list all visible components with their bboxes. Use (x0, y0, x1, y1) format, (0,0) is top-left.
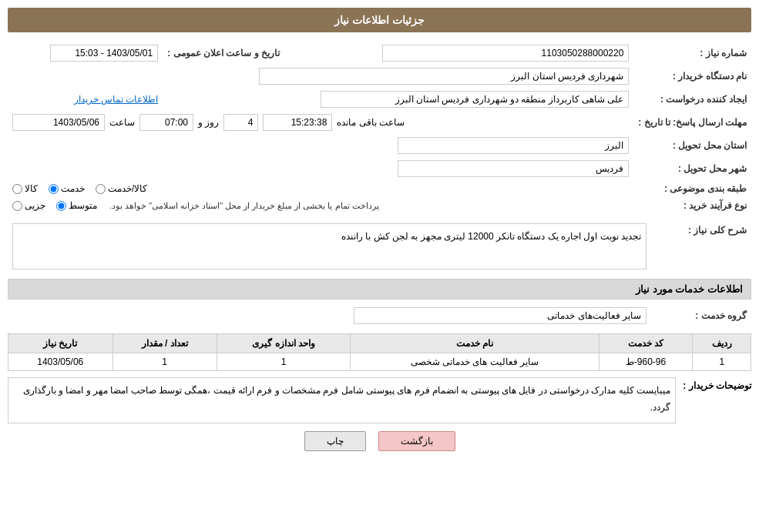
purchase-type-label: نوع فرآیند خرید : (633, 197, 751, 214)
services-table: ردیف کد خدمت نام خدمت واحد اندازه گیری ت… (8, 333, 751, 371)
requester-contact-link[interactable]: اطلاعات تماس خریدار (74, 94, 159, 105)
delivery-province-label: استان محل تحویل : (633, 134, 751, 157)
back-button[interactable]: بازگشت (378, 431, 455, 451)
footer-buttons: بازگشت چاپ (8, 431, 751, 451)
cell-quantity: 1 (113, 353, 217, 371)
remaining-days-input[interactable] (223, 114, 258, 131)
col-unit: واحد اندازه گیری (217, 334, 350, 353)
col-code: کد خدمت (599, 334, 693, 353)
deadline-time-input[interactable] (139, 114, 193, 131)
announce-label: تاریخ و ساعت اعلان عمومی : (163, 42, 295, 65)
remaining-days-label: روز و (198, 117, 219, 128)
cell-name: سایر فعالیت های خدماتی شخصی (351, 353, 599, 371)
col-row: ردیف (693, 334, 751, 353)
deadline-time-label: ساعت (109, 117, 135, 128)
service-group-input[interactable] (354, 307, 646, 324)
category-kala-khedmat-label: کالا/خدمت (108, 183, 147, 194)
category-kala-option[interactable]: کالا (12, 183, 38, 194)
need-desc-box: تجدید نوبت اول اجاره یک دستگاه تانکر 120… (12, 223, 646, 269)
print-button[interactable]: چاپ (304, 431, 366, 451)
cell-date: 1403/05/06 (8, 353, 113, 371)
delivery-city-label: شهر محل تحویل : (633, 157, 751, 180)
buyer-notes-section: توضیحات خریدار : میبایست کلیه مدارک درخو… (8, 377, 751, 423)
delivery-city-input[interactable] (398, 160, 629, 177)
cell-unit: 1 (217, 353, 350, 371)
buyer-notes-box: میبایست کلیه مدارک درخواستی در فایل های … (8, 377, 676, 423)
cell-code: 960-96-ط (599, 353, 693, 371)
deadline-date-input[interactable] (12, 114, 105, 131)
purchase-motavset-option[interactable]: متوسط (56, 200, 97, 211)
purchase-type-note: پرداخت تمام یا بخشی از مبلغ خریدار از مح… (109, 201, 379, 211)
need-number-input[interactable] (382, 45, 629, 62)
table-row: 1 960-96-ط سایر فعالیت های خدماتی شخصی 1… (8, 353, 751, 371)
remaining-time-input[interactable] (263, 114, 332, 131)
col-date: تاریخ نیاز (8, 334, 113, 353)
buyer-notes-label: توضیحات خریدار : (682, 377, 751, 391)
remaining-time-label: ساعت باقی مانده (337, 117, 405, 128)
service-group-label: گروه خدمت : (651, 304, 751, 327)
category-label: طبقه بندی موضوعی : (633, 180, 751, 197)
requester-label: ایجاد کننده درخواست : (633, 88, 751, 111)
requester-input[interactable] (321, 91, 629, 108)
delivery-province-input[interactable] (398, 137, 629, 154)
purchase-jozee-option[interactable]: جزیی (12, 200, 45, 211)
page-title: جزئیات اطلاعات نیاز (8, 8, 751, 32)
purchase-jozee-label: جزیی (25, 200, 45, 211)
deadline-label: مهلت ارسال پاسخ: تا تاریخ : (633, 111, 751, 134)
need-number-label: شماره نیاز : (633, 42, 751, 65)
need-desc-label: شرح کلی نیاز : (651, 220, 751, 273)
services-section-title: اطلاعات خدمات مورد نیاز (8, 279, 751, 299)
col-quantity: تعداد / مقدار (113, 334, 217, 353)
cell-row: 1 (693, 353, 751, 371)
buyer-org-input[interactable] (259, 68, 629, 85)
category-kala-khedmat-option[interactable]: کالا/خدمت (96, 183, 147, 194)
announce-input[interactable] (50, 45, 158, 62)
buyer-org-label: نام دستگاه خریدار : (633, 65, 751, 88)
purchase-motavset-label: متوسط (69, 200, 97, 211)
category-kala-label: کالا (25, 183, 38, 194)
category-khedmat-label: خدمت (61, 183, 85, 194)
col-name: نام خدمت (351, 334, 599, 353)
category-khedmat-option[interactable]: خدمت (49, 183, 85, 194)
